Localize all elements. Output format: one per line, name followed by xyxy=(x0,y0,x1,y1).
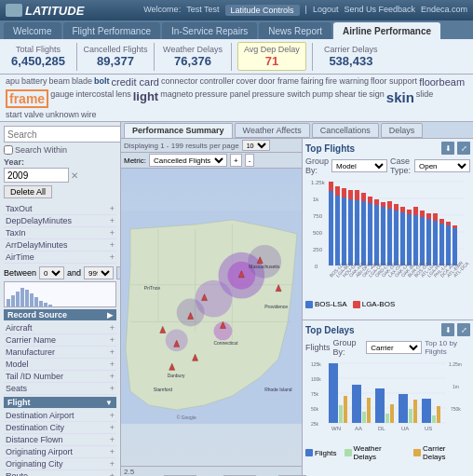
delete-all-button[interactable]: Delete All xyxy=(4,185,52,198)
tag-pressure-switch[interactable]: pressure switch xyxy=(252,89,311,108)
filter-carrier-name[interactable]: Carrier Name+ xyxy=(4,334,116,347)
svg-text:0: 0 xyxy=(315,264,318,269)
between-min-select[interactable]: 0 xyxy=(39,266,64,279)
tag-floorbeam[interactable]: floorbeam xyxy=(419,76,465,88)
tag-door-frame[interactable]: door frame xyxy=(259,76,300,88)
tag-wire[interactable]: wire xyxy=(81,110,97,119)
tab-airline-performance[interactable]: Airline Performance xyxy=(333,22,440,39)
between-max-select[interactable]: 999 xyxy=(84,266,114,279)
map-metric-label: Metric: xyxy=(124,156,146,165)
record-source-section[interactable]: Record Source▶ xyxy=(4,309,116,320)
tag-intercostal[interactable]: intercostal xyxy=(75,89,114,108)
tab-inservice-repairs[interactable]: In-Service Repairs xyxy=(162,22,257,39)
filter-taxout[interactable]: TaxOut+ xyxy=(4,203,116,215)
tag-fairing[interactable]: fairing xyxy=(301,76,324,88)
tag-connector[interactable]: connector xyxy=(161,76,198,88)
filter-orig-airport[interactable]: Originating Airport+ xyxy=(4,446,116,458)
filter-manufacturer[interactable]: Manufacturer+ xyxy=(4,347,116,359)
tag-shear-tie[interactable]: shear tie xyxy=(335,89,368,108)
svg-rect-92 xyxy=(453,225,457,228)
legend-dot-blue xyxy=(305,301,313,308)
tag-controller[interactable]: controller xyxy=(199,76,234,88)
tab-cancellations[interactable]: Cancellations xyxy=(312,123,379,138)
map-page-size-select[interactable]: 100 xyxy=(242,140,270,151)
top-flights-export-icon[interactable]: ⬇ xyxy=(441,142,454,155)
top-flights-expand-icon[interactable]: ⤢ xyxy=(457,142,470,155)
casetype-select[interactable]: Open xyxy=(414,159,470,172)
total-flights-label: Total Flights xyxy=(16,45,61,54)
year-input[interactable] xyxy=(4,168,69,183)
tag-battery[interactable]: battery xyxy=(21,76,47,88)
toggle-controls-link[interactable]: | xyxy=(305,5,307,16)
tag-skin[interactable]: skin xyxy=(386,89,414,108)
tag-sign[interactable]: sign xyxy=(369,89,385,108)
tag-bolt[interactable]: bolt xyxy=(94,76,110,88)
clear-year-button[interactable]: ✕ xyxy=(71,170,78,181)
svg-rect-3 xyxy=(20,288,24,306)
tag-floor-support[interactable]: floor support xyxy=(371,76,417,88)
tag-fire-warning[interactable]: fire warning xyxy=(326,76,370,88)
feedback-link[interactable]: Send Us Feedback xyxy=(344,5,415,16)
tab-flight-performance[interactable]: Flight Performance xyxy=(63,22,160,39)
perf-tabs: Performance Summary Weather Affects Canc… xyxy=(121,122,473,139)
tag-beam[interactable]: beam xyxy=(49,76,71,88)
map-metric-select[interactable]: Cancelled Flights xyxy=(149,154,227,167)
svg-rect-129 xyxy=(352,385,361,423)
flight-section[interactable]: Flight▼ xyxy=(4,397,116,408)
tab-welcome[interactable]: Welcome xyxy=(4,22,61,39)
svg-text:750k: 750k xyxy=(451,406,461,412)
tag-frame[interactable]: frame xyxy=(6,89,48,108)
tab-performance-summary[interactable]: Performance Summary xyxy=(124,123,233,138)
filter-taxin[interactable]: TaxIn+ xyxy=(4,227,116,239)
tag-slide[interactable]: slide xyxy=(416,89,434,108)
top-delays-groupby-select[interactable]: Carrier xyxy=(366,341,422,354)
filter-depdelay[interactable]: DepDelayMinutes+ xyxy=(4,215,116,227)
tag-start-valve[interactable]: start valve xyxy=(6,110,44,119)
latitude-controls-btn[interactable]: Latitude Controls xyxy=(225,5,300,16)
tag-magneto[interactable]: magneto xyxy=(160,89,193,108)
top-delays-expand-icon[interactable]: ⤢ xyxy=(457,323,470,336)
filter-airtime[interactable]: AirTime+ xyxy=(4,252,116,264)
map-zoom-out[interactable]: - xyxy=(245,154,255,167)
tag-unknown[interactable]: unknown xyxy=(46,110,79,119)
tag-pressure-panel[interactable]: pressure panel xyxy=(195,89,250,108)
tab-weather-affects[interactable]: Weather Affects xyxy=(235,123,310,138)
tag-blade[interactable]: blade xyxy=(72,76,92,88)
filter-aircraft[interactable]: Aircraft+ xyxy=(4,322,116,334)
user-name[interactable]: Test Test xyxy=(186,5,219,16)
map-frame[interactable]: Massachusetts Providence Connecticut Dan… xyxy=(121,169,302,466)
legend-label-lga: LGA-BOS xyxy=(362,300,396,308)
tag-cover[interactable]: cover xyxy=(236,76,257,88)
tag-light[interactable]: light xyxy=(133,89,158,108)
tag-gauge[interactable]: gauge xyxy=(50,89,74,108)
filter-distance-flown[interactable]: Distance Flown+ xyxy=(4,434,116,446)
search-within-checkbox[interactable] xyxy=(4,145,13,155)
filter-model[interactable]: Model+ xyxy=(4,359,116,371)
filter-arrdelay[interactable]: ArrDelayMinutes+ xyxy=(4,239,116,252)
filter-tail-number[interactable]: Tail /ID Number+ xyxy=(4,371,116,383)
map-page-nav[interactable]: 2.5 Next > xyxy=(124,468,139,476)
svg-rect-63 xyxy=(361,201,366,265)
tag-apu[interactable]: apu xyxy=(6,76,20,88)
filter-dest-city[interactable]: Destination City+ xyxy=(4,422,116,434)
top-delays-export-icon[interactable]: ⬇ xyxy=(441,323,454,336)
tag-credit-card[interactable]: credit card xyxy=(112,76,159,88)
tab-delays[interactable]: Delays xyxy=(381,123,424,138)
tab-news-report[interactable]: News Report xyxy=(259,22,331,39)
map-zoom-in[interactable]: + xyxy=(230,154,242,167)
filter-seats[interactable]: Seats+ xyxy=(4,383,116,395)
svg-rect-71 xyxy=(387,209,392,265)
filter-orig-city[interactable]: Originating City+ xyxy=(4,458,116,470)
tag-pump[interactable]: pump xyxy=(312,89,333,108)
svg-text:PriTnce: PriTnce xyxy=(144,286,160,291)
tag-lens[interactable]: lens xyxy=(115,89,131,108)
svg-rect-127 xyxy=(339,405,343,423)
logout-link[interactable]: Logout xyxy=(313,5,339,16)
search-input[interactable] xyxy=(4,126,121,143)
filter-dest-airport[interactable]: Destination Airport+ xyxy=(4,410,116,422)
endeca-link[interactable]: Endeca.com xyxy=(421,5,467,16)
svg-rect-130 xyxy=(362,412,366,423)
filter-route[interactable]: Route+ xyxy=(4,470,116,476)
groupby-select[interactable]: Model xyxy=(331,159,387,172)
top-delays-header: Top Delays ⬇ ⤢ xyxy=(305,323,470,336)
